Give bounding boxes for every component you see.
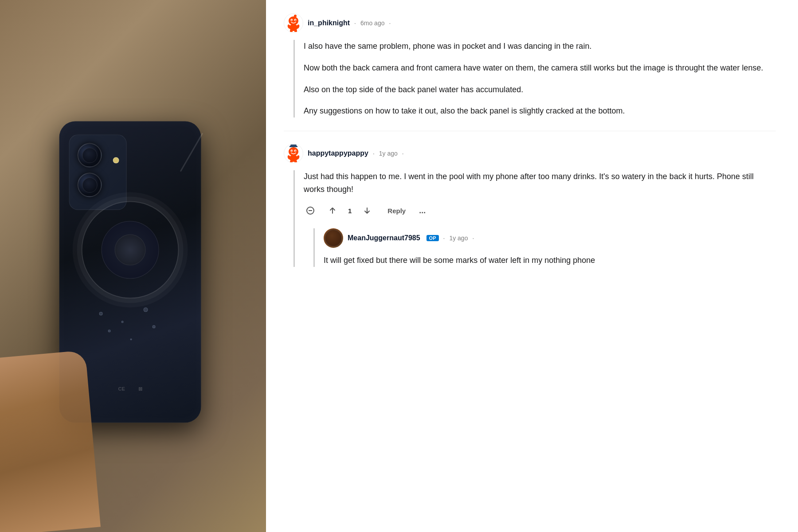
- timestamp-nested: 1y ago: [449, 235, 468, 242]
- comment-1-para-1: I also have the same problem, phone was …: [304, 40, 776, 53]
- comment-1-para-2: Now both the back camera and front camer…: [304, 62, 776, 74]
- comment-2-content: Just had this happen to me. I went in th…: [293, 170, 776, 266]
- droplet: [153, 325, 156, 329]
- username-in-phiknight: in_phiknight: [308, 19, 350, 27]
- background-texture: CE ⊠: [0, 0, 266, 532]
- comment-1-para-3: Also on the top side of the back panel w…: [304, 83, 776, 96]
- decorative-line: [180, 133, 203, 172]
- username-meanjuggernaut: MeanJuggernaut7985: [348, 234, 420, 242]
- speaker-inner: [102, 221, 159, 279]
- hand: [0, 350, 101, 532]
- avatar-photo-inner: [325, 229, 342, 247]
- svg-point-6: [295, 20, 296, 20]
- avatar-happytappypappy: [284, 144, 303, 163]
- water-droplets: [86, 303, 175, 356]
- speaker-ring: [82, 201, 179, 299]
- op-badge: OP: [426, 235, 439, 241]
- svg-point-17: [291, 150, 292, 151]
- more-label: ...: [419, 206, 426, 215]
- vote-count-comment-2: 1: [348, 207, 352, 215]
- reply-label: Reply: [387, 207, 406, 215]
- comment-2-actions: 1 Reply ...: [304, 204, 776, 218]
- downvote-arrow-button[interactable]: [360, 204, 374, 217]
- comment-2: happytappypappy · 1y ago · Just had this…: [284, 144, 776, 266]
- divider: [284, 131, 776, 131]
- timestamp-comment-1: 6mo ago: [360, 20, 384, 27]
- avatar-meanjuggernaut: [324, 228, 343, 248]
- ce-mark: CE: [118, 386, 125, 392]
- droplet: [144, 308, 148, 312]
- svg-point-18: [295, 150, 296, 151]
- comment-1-header: in_phiknight · 6mo ago ·: [284, 13, 776, 33]
- comment-1: in_phiknight · 6mo ago · I also have the…: [284, 13, 776, 117]
- camera-flash: [113, 157, 119, 164]
- comment-1-text: I also have the same problem, phone was …: [304, 40, 776, 117]
- timestamp-comment-2: 1y ago: [379, 150, 398, 157]
- camera-lens-secondary: [78, 173, 102, 197]
- camera-lens-main: [78, 143, 102, 168]
- downvote-icon: [363, 206, 372, 215]
- comment-2-para-1: Just had this happen to me. I went in th…: [304, 170, 776, 196]
- phone-bottom-markings: CE ⊠: [118, 386, 142, 392]
- comment-1-para-4: Any suggestions on how to take it out, a…: [304, 105, 776, 117]
- upvote-button[interactable]: [326, 204, 339, 217]
- comment-2-text: Just had this happen to me. I went in th…: [304, 170, 776, 196]
- phone-image-panel: CE ⊠: [0, 0, 266, 532]
- droplet: [99, 312, 103, 316]
- droplet: [130, 339, 132, 340]
- minus-icon: [306, 206, 315, 215]
- camera-module: [69, 135, 127, 210]
- comments-panel: in_phiknight · 6mo ago · I also have the…: [266, 0, 798, 532]
- comment-1-content: I also have the same problem, phone was …: [293, 40, 776, 117]
- username-happytappypappy: happytappypappy: [308, 149, 368, 157]
- nested-comment-header: MeanJuggernaut7985 OP · 1y ago ·: [324, 228, 776, 248]
- avatar-in-phiknight: [284, 13, 303, 33]
- droplet: [121, 321, 124, 323]
- nested-comment-meanjuggernaut: MeanJuggernaut7985 OP · 1y ago · It will…: [313, 228, 776, 267]
- upvote-icon: [328, 206, 337, 215]
- svg-rect-13: [290, 145, 297, 147]
- nested-comment-text: It will get fixed but there will be some…: [324, 254, 776, 267]
- svg-point-5: [291, 20, 292, 20]
- reply-button[interactable]: Reply: [383, 205, 408, 217]
- speaker-mesh: [115, 235, 146, 266]
- downvote-button[interactable]: [304, 204, 317, 217]
- more-options-button[interactable]: ...: [417, 204, 428, 218]
- logo-mark: ⊠: [138, 386, 142, 392]
- droplet: [108, 330, 111, 332]
- comment-2-header: happytappypappy · 1y ago ·: [284, 144, 776, 163]
